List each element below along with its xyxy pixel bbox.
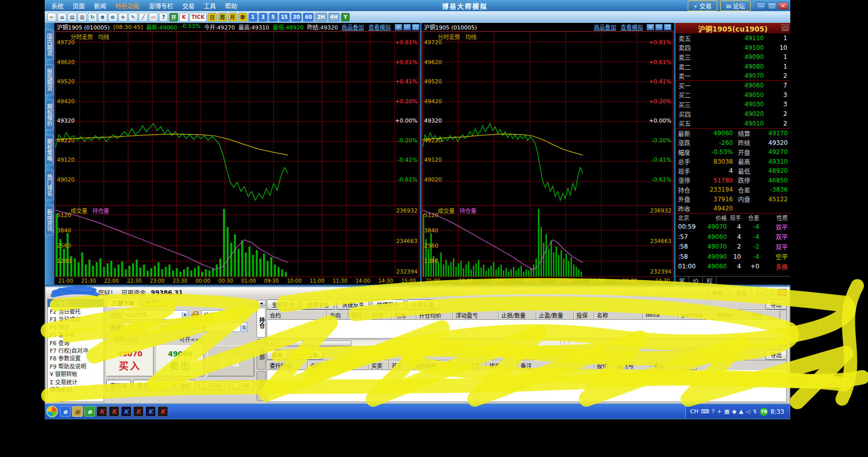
close-position-button[interactable]: 平仓 (207, 345, 254, 377)
home-icon[interactable]: ⌂ (57, 13, 67, 22)
trade-nav-item[interactable]: F3 当日成交 (48, 315, 104, 323)
sidebar-tab[interactable]: 新闻资讯 (45, 205, 54, 235)
period-month[interactable]: 月 (228, 13, 237, 22)
menu-item[interactable]: 工具 (199, 2, 220, 10)
minimize-icon[interactable]: — (756, 2, 766, 10)
browser-icon[interactable]: e (84, 406, 95, 417)
menu-item[interactable]: 页面 (68, 2, 89, 10)
chart-collapse-icon[interactable]: « (395, 24, 402, 31)
trade-button[interactable]: ⚡ 交易 (688, 1, 717, 11)
chart-collapse-icon[interactable]: « (647, 24, 654, 31)
period-5m[interactable]: 5 (269, 13, 278, 22)
keyboard-icon[interactable]: ⌨ (701, 408, 709, 415)
trade-nav-item[interactable]: F4 持仓 (48, 323, 104, 330)
eraser-icon[interactable]: ▭ (149, 13, 158, 22)
sidebar-tab[interactable]: 期权报价 (45, 100, 54, 130)
grid-icon[interactable]: ▦ (724, 408, 729, 415)
close-icon[interactable]: × (778, 2, 788, 10)
menu-item[interactable]: 特色功能 (111, 2, 144, 10)
chart-minimize-icon[interactable]: — (655, 24, 663, 31)
contract-select[interactable]: cu1905 (123, 310, 188, 320)
app-icon[interactable]: K (145, 406, 156, 417)
quick-reverse-button[interactable]: 快捷反手 (337, 299, 369, 310)
scroll-thumb[interactable] (275, 341, 351, 346)
chart-link[interactable]: 商品叠加 (342, 23, 364, 31)
app-icon[interactable]: K (133, 406, 144, 417)
quote-tab[interactable]: 笔 (676, 277, 689, 285)
refresh-button[interactable]: 刷新 (707, 288, 728, 298)
diamond-icon[interactable]: ◆ (732, 408, 736, 415)
scroll-track[interactable]: ┆┆┆ (351, 341, 779, 346)
period-60m[interactable]: 60 (303, 13, 314, 22)
checkbox[interactable]: FOK (199, 381, 225, 390)
quote-request-button[interactable]: 询价 (176, 380, 195, 391)
app-icon[interactable]: K (97, 406, 107, 417)
period-2h[interactable]: 2H (315, 13, 327, 22)
trade-nav-item[interactable]: F1 交易 (48, 299, 104, 307)
plus-icon[interactable]: + (717, 408, 722, 415)
trade-nav-item[interactable]: F7 行权|自对冲 (48, 346, 104, 354)
start-button[interactable] (46, 406, 58, 417)
check-available-button[interactable]: 查可用 (106, 380, 131, 391)
cancel-all-button[interactable]: 全部撤单 (291, 350, 323, 360)
period-4h[interactable]: 4H (328, 13, 340, 22)
close-all-button[interactable]: 全部平仓 (267, 299, 299, 310)
app-icon[interactable]: K (121, 406, 132, 417)
refresh-icon[interactable]: ↻ (88, 13, 97, 22)
network-icon[interactable]: ↯ (753, 408, 757, 415)
quantity-stepper[interactable]: 1 (123, 322, 168, 332)
sidebar-tab[interactable]: 热门排名 (45, 170, 54, 200)
zoom-in-icon[interactable]: ⊕ (98, 13, 107, 22)
trade-nav-item[interactable]: F9 帮助及说明 (48, 362, 104, 370)
period-1m[interactable]: 1 (248, 13, 258, 22)
ie-icon[interactable]: e (60, 406, 71, 417)
chart-link[interactable]: 查看模拟 (369, 23, 391, 31)
chart-maximize-icon[interactable]: □ (664, 24, 671, 31)
trade-nav-item[interactable]: 修改密码 (48, 385, 104, 393)
language-indicator[interactable]: CH (690, 408, 698, 415)
minimize-icon[interactable]: — (757, 289, 766, 296)
zoom-out-icon[interactable]: ⊖ (108, 13, 117, 22)
folder-icon[interactable]: ▣ (72, 406, 83, 417)
menu-item[interactable]: 系统 (47, 2, 68, 10)
scroll-left-icon[interactable]: ◄ (267, 340, 275, 346)
up-icon[interactable]: ▲ (739, 408, 743, 415)
order-tab[interactable]: 快鼠下单 (140, 298, 174, 308)
chart-link[interactable]: 查看模拟 (621, 23, 643, 31)
menu-item[interactable]: 澎博专栏 (144, 2, 178, 10)
trendline-icon[interactable]: ╱ (139, 13, 148, 22)
chart-maximize-icon[interactable]: □ (412, 24, 420, 31)
export-button[interactable]: 导出 (765, 350, 787, 360)
collapse-icon[interactable]: ≡ (246, 300, 254, 308)
close-icon[interactable]: × (778, 289, 787, 296)
view-tab[interactable]: 可撤 (256, 371, 266, 401)
quick-lock-button[interactable]: 快捷锁仓 (372, 299, 404, 310)
sidebar-tab[interactable]: 国内期货 (45, 29, 54, 60)
lock-icon[interactable] (191, 314, 198, 319)
app-icon[interactable]: K (157, 406, 168, 417)
period-day[interactable]: 日 (208, 13, 217, 22)
page-icon[interactable]: ▤ (68, 13, 77, 22)
volume-icon[interactable]: ◁ (746, 408, 750, 415)
export-button[interactable]: 导出 (765, 299, 787, 310)
candlestick-icon[interactable]: K (179, 13, 188, 22)
condition-button[interactable]: 条件 (154, 380, 174, 391)
chart-minimize-icon[interactable]: — (403, 24, 411, 31)
reset-button[interactable]: 复位 (133, 380, 152, 391)
restore-icon[interactable]: □ (767, 289, 777, 296)
lock-button[interactable]: 锁定 (731, 288, 752, 298)
print-icon[interactable]: ▥ (78, 13, 87, 22)
period-quarter[interactable]: 季 (238, 13, 247, 22)
trade-nav-item[interactable]: Σ 交易统计 (48, 378, 104, 385)
menu-item[interactable]: 新闻 (89, 2, 111, 10)
maximize-icon[interactable]: □ (767, 2, 777, 10)
menu-item[interactable]: 帮助 (220, 2, 242, 10)
price-mode-select[interactable]: 对手价 (187, 322, 247, 332)
quote-tab[interactable]: 价 (689, 277, 703, 285)
draw-icon[interactable]: ✎ (128, 13, 138, 22)
period-tick[interactable]: TICK (189, 13, 207, 22)
trade-nav-item[interactable]: F6 查询 (48, 339, 104, 346)
quote-window-icon[interactable]: □ (782, 24, 789, 31)
back-icon[interactable]: ← (47, 13, 56, 22)
sidebar-tab[interactable]: 股指期货 (45, 65, 54, 95)
